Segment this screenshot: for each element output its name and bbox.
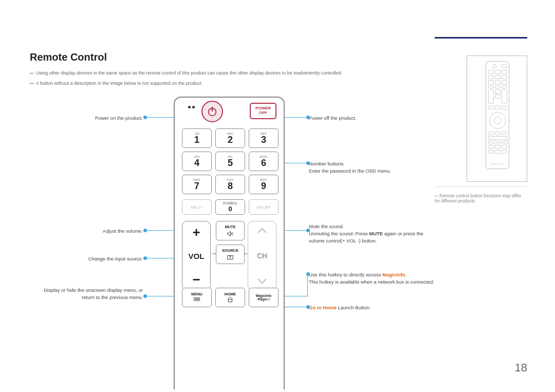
callout-menu: Display or hide the onscreen display men… bbox=[30, 287, 143, 301]
key-2: ABC2 bbox=[215, 128, 245, 148]
leader-dot bbox=[143, 294, 147, 298]
callout-power-off: Power off the product. bbox=[309, 115, 437, 122]
svg-rect-12 bbox=[198, 300, 200, 301]
leader-line bbox=[307, 274, 308, 296]
home-button: HOME bbox=[215, 288, 245, 307]
key-4: GHI4 bbox=[182, 152, 212, 171]
key-8: TUV8 bbox=[215, 175, 245, 194]
key-6: MNO6 bbox=[249, 152, 279, 171]
svg-rect-10 bbox=[194, 300, 196, 301]
key-ch-list: CH LIST bbox=[249, 199, 279, 215]
mid-column: MUTE SOURCE bbox=[216, 221, 245, 264]
note-1: Using other display devices in the same … bbox=[30, 70, 342, 77]
svg-rect-9 bbox=[198, 298, 200, 299]
callout-magicinfo: Use this hotkey to directly access Magic… bbox=[309, 271, 437, 286]
number-pad: .QZ1 ABC2 DEF3 GHI4 JKL5 MNO6 PRS7 TUV8 … bbox=[182, 128, 279, 194]
mute-icon bbox=[227, 230, 234, 237]
leader-dot bbox=[306, 116, 310, 119]
ir-led-icon bbox=[188, 106, 191, 108]
mute-button: MUTE bbox=[216, 221, 245, 240]
source-icon bbox=[227, 254, 234, 261]
key-3: DEF3 bbox=[249, 128, 279, 148]
magicinfo-button: MagicInfo Player I bbox=[249, 288, 279, 307]
channel-rocker: CH bbox=[248, 221, 276, 291]
callout-power-on: Power on the product. bbox=[30, 115, 143, 122]
divider bbox=[435, 186, 527, 187]
callout-home: Go to Home Launch Button. bbox=[309, 304, 437, 311]
key-9: WXY9 bbox=[249, 175, 279, 194]
volume-down-icon: − bbox=[192, 273, 200, 286]
callout-volume: Adjust the volume. bbox=[30, 228, 143, 235]
dots-icon: •• bbox=[244, 252, 248, 255]
key-1: .QZ1 bbox=[182, 128, 212, 148]
thumbnail-note: Remote control button functions may diff… bbox=[435, 193, 527, 203]
leader-dot bbox=[306, 272, 310, 276]
row-4: DEL-/-- SYMBOL 0 CH LIST bbox=[182, 199, 279, 215]
ir-led-icon bbox=[192, 106, 195, 108]
menu-icon bbox=[193, 296, 200, 303]
power-on-button bbox=[201, 101, 223, 122]
top-accent bbox=[435, 37, 527, 39]
page-title: Remote Control bbox=[30, 51, 107, 63]
bottom-row: MENU HOME MagicInfo Player I bbox=[182, 288, 279, 307]
leader-dot bbox=[306, 161, 310, 165]
page-number: 18 bbox=[515, 361, 527, 375]
svg-rect-13 bbox=[229, 300, 232, 302]
menu-button: MENU bbox=[182, 288, 212, 307]
svg-marker-2 bbox=[228, 231, 230, 236]
chevron-up-icon bbox=[257, 228, 267, 234]
key-symbol: SYMBOL 0 bbox=[215, 199, 245, 215]
remote-illustration: POWER OFF .QZ1 ABC2 DEF3 GHI4 JKL5 MNO6 … bbox=[174, 97, 285, 389]
home-icon bbox=[227, 296, 234, 303]
chevron-down-icon bbox=[257, 278, 267, 284]
remote-thumbnail-box: SAMSUNG bbox=[467, 55, 527, 182]
note-2: A button without a description in the im… bbox=[30, 80, 202, 87]
callout-mute: Mute the sound. Unmuting the sound: Pres… bbox=[309, 223, 432, 244]
volume-rocker: + VOL − bbox=[182, 221, 211, 291]
leader-dot bbox=[143, 229, 147, 232]
svg-rect-7 bbox=[194, 298, 196, 299]
svg-rect-8 bbox=[196, 298, 198, 299]
power-icon bbox=[207, 106, 218, 117]
leader-dot bbox=[143, 256, 147, 260]
leader-dot bbox=[306, 305, 310, 309]
brand-text: SAMSUNG bbox=[486, 163, 509, 165]
remote-thumbnail: SAMSUNG bbox=[486, 61, 509, 169]
key-5: JKL5 bbox=[215, 152, 245, 171]
key-7: PRS7 bbox=[182, 175, 212, 194]
svg-rect-11 bbox=[196, 300, 198, 301]
leader-dot bbox=[143, 116, 147, 119]
callout-numbers: Number buttons Enter the password in the… bbox=[309, 160, 437, 175]
leader-dot bbox=[306, 229, 310, 232]
callout-source: Change the input source. bbox=[30, 255, 143, 263]
volume-up-icon: + bbox=[192, 226, 200, 239]
source-button: SOURCE bbox=[216, 245, 245, 264]
power-off-button: POWER OFF bbox=[250, 103, 276, 119]
key-del: DEL-/-- bbox=[182, 199, 212, 215]
